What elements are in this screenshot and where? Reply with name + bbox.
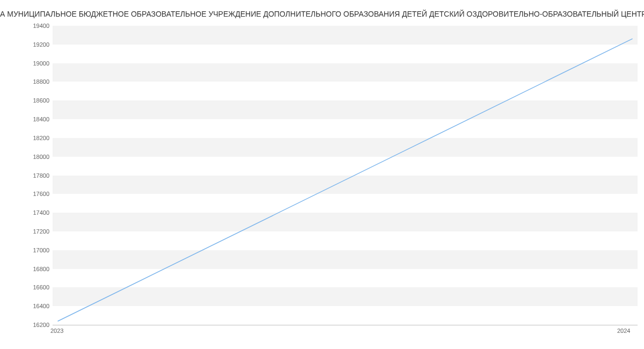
y-tick-label: 17600 xyxy=(1,191,49,197)
y-tick-label: 16200 xyxy=(1,322,49,328)
chart-container: А МУНИЦИПАЛЬНОЕ БЮДЖЕТНОЕ ОБРАЗОВАТЕЛЬНО… xyxy=(0,0,644,349)
y-tick-label: 16600 xyxy=(1,284,49,290)
y-tick-label: 17800 xyxy=(1,172,49,179)
y-tick-label: 19200 xyxy=(1,41,49,48)
y-tick-label: 18800 xyxy=(1,78,49,85)
line-series-svg xyxy=(53,26,638,325)
y-tick-label: 18000 xyxy=(1,154,49,160)
y-tick-label: 19400 xyxy=(1,23,49,29)
series-line xyxy=(58,39,632,321)
plot-area xyxy=(53,26,638,325)
y-tick-label: 17000 xyxy=(1,247,49,253)
y-tick-label: 16400 xyxy=(1,303,49,309)
x-tick-label: 2023 xyxy=(50,328,63,334)
x-tick-label: 2024 xyxy=(617,328,630,334)
y-tick-label: 18200 xyxy=(1,135,49,141)
x-axis-line xyxy=(53,325,638,325)
chart-title: А МУНИЦИПАЛЬНОЕ БЮДЖЕТНОЕ ОБРАЗОВАТЕЛЬНО… xyxy=(0,10,644,18)
y-tick-label: 19000 xyxy=(1,60,49,67)
y-tick-label: 18400 xyxy=(1,116,49,122)
y-tick-label: 16800 xyxy=(1,266,49,272)
y-tick-label: 17400 xyxy=(1,209,49,216)
y-tick-label: 17200 xyxy=(1,228,49,235)
y-tick-label: 18600 xyxy=(1,97,49,104)
